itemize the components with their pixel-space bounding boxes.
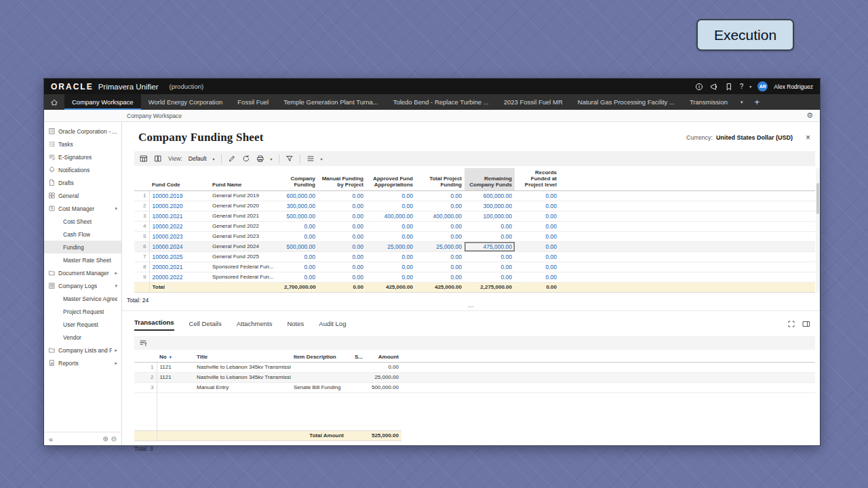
status-cell[interactable] <box>352 382 363 392</box>
panel-icon[interactable] <box>802 320 810 328</box>
sidebar-item[interactable]: User Request <box>44 318 121 331</box>
funding-cell[interactable]: 0.00 <box>416 201 465 211</box>
funding-cell[interactable]: 0.00 <box>465 231 515 241</box>
filter-rows-icon[interactable] <box>139 339 147 347</box>
row-number[interactable]: 3 <box>134 211 149 221</box>
column-header[interactable]: Item Description <box>291 352 352 363</box>
row-number[interactable]: 1 <box>134 190 149 201</box>
row-number[interactable]: 7 <box>134 251 149 262</box>
no-cell[interactable]: 1121 <box>157 362 194 372</box>
workspace-tab[interactable]: Temple Generation Plant Turna... <box>276 94 385 110</box>
funding-cell[interactable]: 0.00 <box>515 272 559 282</box>
funding-cell[interactable]: 0.00 <box>416 272 465 282</box>
fund-name-cell[interactable]: General Fund 2021 <box>210 211 281 221</box>
fund-code-cell[interactable]: 10000.2022 <box>149 221 210 231</box>
funding-row[interactable]: 510000.2023General Fund 20230.000.000.00… <box>134 231 815 241</box>
fund-code-cell[interactable]: 10000.2019 <box>149 190 210 201</box>
fund-name-cell[interactable]: General Fund 2022 <box>210 221 281 231</box>
zoom-out-icon[interactable]: ⊖ <box>111 435 117 443</box>
funding-cell[interactable]: 0.00 <box>515 241 559 251</box>
column-header[interactable]: Fund Code <box>149 168 210 190</box>
funding-row[interactable]: 820000.2021Sponsored Federal Fun...0.000… <box>134 262 815 272</box>
funding-cell[interactable]: 600,000.00 <box>281 190 318 201</box>
sidebar-item[interactable]: Project Request <box>44 305 121 318</box>
menu-icon[interactable] <box>307 155 315 163</box>
item-description-cell[interactable] <box>291 362 352 372</box>
add-tab-button[interactable]: + <box>749 94 766 110</box>
scrollbar[interactable] <box>816 168 820 293</box>
funding-cell[interactable]: 0.00 <box>416 262 465 272</box>
funding-cell[interactable]: 25,000.00 <box>416 241 465 251</box>
fund-name-cell[interactable]: Sponsored Federal Fun... <box>210 272 281 282</box>
funding-cell[interactable]: 0.00 <box>366 251 416 262</box>
workspace-tab[interactable]: World Energy Corporation <box>141 94 231 110</box>
workspace-tab[interactable]: Transmission <box>682 94 735 110</box>
funding-cell[interactable]: 0.00 <box>515 221 559 231</box>
fund-name-cell[interactable]: General Fund 2020 <box>210 201 281 211</box>
funding-cell[interactable]: 0.00 <box>515 190 559 201</box>
detail-tab[interactable]: Cell Details <box>189 320 222 331</box>
funding-cell[interactable]: 0.00 <box>366 201 416 211</box>
workspace-tab[interactable]: Fossil Fuel <box>230 94 276 110</box>
info-icon[interactable] <box>695 82 704 91</box>
funding-cell[interactable]: 0.00 <box>318 251 366 262</box>
home-icon[interactable] <box>44 94 64 110</box>
sidebar-item[interactable]: Cost Sheet <box>44 215 121 228</box>
amount-cell[interactable]: 500,000.00 <box>363 382 401 392</box>
row-number[interactable]: 2 <box>134 372 157 382</box>
transaction-row[interactable]: 3Manual EntrySenate Bill Funding500,000.… <box>134 382 815 392</box>
breadcrumb[interactable]: Company Workspace <box>127 113 182 119</box>
funding-cell[interactable]: 0.00 <box>515 201 559 211</box>
transaction-row[interactable]: 21121Nashville to Lebanon 345kv Transmis… <box>134 372 815 382</box>
funding-cell[interactable]: 25,000.00 <box>366 241 416 251</box>
sidebar-item[interactable]: Master Service Agree... <box>44 292 121 305</box>
funding-cell[interactable]: 475,000.00 <box>465 241 515 251</box>
funding-cell[interactable]: 0.00 <box>465 262 515 272</box>
help-icon[interactable]: ? <box>740 83 744 90</box>
column-header[interactable]: Approved Fund Appropriations <box>366 168 416 190</box>
sidebar-item[interactable]: Cash Flow <box>44 228 121 241</box>
title-cell[interactable]: Nashville to Lebanon 345kv Transmissio..… <box>194 372 291 382</box>
sidebar-item[interactable]: Document Manager▸ <box>44 266 121 279</box>
item-description-cell[interactable]: Senate Bill Funding <box>291 382 352 392</box>
print-caret-icon[interactable]: ▾ <box>271 157 273 161</box>
funding-row[interactable]: 210000.2020General Fund 2020300,000.000.… <box>134 201 815 211</box>
zoom-in-icon[interactable]: ⊕ <box>102 435 108 443</box>
fund-code-cell[interactable]: 20000.2022 <box>149 272 210 282</box>
funding-cell[interactable]: 0.00 <box>318 272 366 282</box>
column-header[interactable]: No▾ <box>157 352 194 363</box>
column-header[interactable]: Title <box>194 352 291 363</box>
fund-code-cell[interactable]: 10000.2024 <box>149 241 210 251</box>
fund-code-cell[interactable]: 10000.2021 <box>149 211 210 221</box>
workspace-tab[interactable]: Company Workspace <box>64 94 141 110</box>
amount-cell[interactable]: 0.00 <box>363 362 401 372</box>
row-number[interactable]: 6 <box>134 241 149 251</box>
sidebar-item[interactable]: Company Lists and Pi...▸ <box>44 344 121 357</box>
bookmark-icon[interactable] <box>725 82 734 91</box>
row-number[interactable]: 2 <box>134 201 149 211</box>
collapse-sidebar-icon[interactable]: « <box>49 435 53 443</box>
funding-row[interactable]: 110000.2019General Fund 2019600,000.000.… <box>134 190 815 201</box>
scrollbar-thumb[interactable] <box>816 183 819 214</box>
refresh-icon[interactable] <box>242 155 250 163</box>
menu-caret-icon[interactable]: ▾ <box>321 157 323 161</box>
sidebar-item[interactable]: Company Logs▾ <box>44 279 121 292</box>
column-header[interactable]: Amount <box>363 352 401 363</box>
print-icon[interactable] <box>256 155 264 163</box>
funding-cell[interactable]: 0.00 <box>318 190 366 201</box>
item-description-cell[interactable] <box>291 372 352 382</box>
fund-name-cell[interactable]: General Fund 2019 <box>210 190 281 201</box>
title-cell[interactable]: Manual Entry <box>194 382 291 392</box>
detail-tab[interactable]: Attachments <box>237 320 273 331</box>
edit-icon[interactable] <box>228 155 236 163</box>
funding-cell[interactable]: 0.00 <box>515 211 559 221</box>
sidebar-item[interactable]: Oracle Corporation - ... <box>44 125 121 138</box>
announcements-icon[interactable] <box>710 82 719 91</box>
sidebar-item[interactable]: Reports▸ <box>44 357 121 369</box>
funding-cell[interactable]: 0.00 <box>318 262 366 272</box>
table-icon[interactable] <box>140 155 148 163</box>
funding-cell[interactable]: 100,000.00 <box>465 211 515 221</box>
detail-tab[interactable]: Notes <box>287 320 304 331</box>
tabs-overflow-icon[interactable]: ▾ <box>735 94 749 110</box>
funding-cell[interactable]: 0.00 <box>281 221 318 231</box>
